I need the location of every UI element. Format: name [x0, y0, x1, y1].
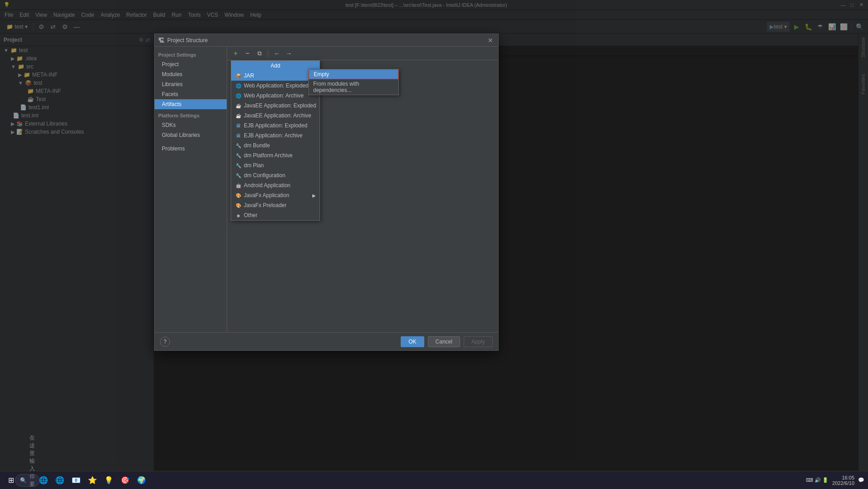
taskbar-app2[interactable]: ⭐	[85, 473, 100, 488]
taskbar-chrome[interactable]: 🌐	[53, 473, 67, 488]
nav-facets[interactable]: Facets	[155, 89, 227, 99]
taskbar-intellij[interactable]: 💡	[102, 473, 116, 488]
nav-sdks[interactable]: SDKs	[155, 120, 227, 130]
dropdown-item-javafx[interactable]: 🎨 JavaFx Application ▶	[231, 190, 320, 200]
project-settings-section: Project Settings Project Modules Librari…	[155, 50, 227, 109]
ejb-icon: 🏛	[235, 132, 242, 139]
dialog-title-bar: 🏗 Project Structure ✕	[155, 34, 498, 47]
clock: 16:05 2022/6/10	[832, 475, 854, 486]
forward-button[interactable]: →	[284, 48, 294, 58]
nav-modules[interactable]: Modules	[155, 69, 227, 79]
jar-submenu-empty-label: Empty	[314, 71, 329, 77]
dropdown-item-android[interactable]: 🤖 Android Application	[231, 180, 320, 190]
dropdown-item-dm-bundle[interactable]: 🔧 dm Bundle	[231, 140, 320, 150]
nav-problems[interactable]: Problems	[155, 144, 227, 154]
dialog-footer: ? OK Cancel Apply	[155, 332, 498, 350]
dropdown-item-label: Web Application: Exploded	[244, 82, 309, 89]
dm-icon: 🔧	[235, 152, 242, 159]
platform-settings-section: Platform Settings SDKs Global Libraries	[155, 111, 227, 140]
dropdown-item-label: dm Plan	[244, 162, 264, 169]
nav-global-libraries[interactable]: Global Libraries	[155, 130, 227, 140]
dropdown-item-javaee-exploded[interactable]: ☕ JavaEE Application: Exploded	[231, 101, 320, 111]
toolbar-separator	[268, 49, 268, 58]
dropdown-item-label: JavaFx Application	[244, 192, 289, 199]
web-icon: 🌐	[235, 82, 242, 89]
date: 2022/6/10	[832, 480, 854, 486]
dropdown-item-dm-plan[interactable]: 🔧 dm Plan	[231, 160, 320, 170]
dropdown-item-label: Web Application: Archive	[244, 92, 304, 99]
search-placeholder: 在这里输入你要搜索的内容	[29, 434, 35, 489]
javafx-icon: 🎨	[235, 192, 242, 199]
taskbar-app1[interactable]: 📧	[69, 473, 83, 488]
add-dropdown-header: Add	[231, 61, 320, 71]
javafx-icon: 🎨	[235, 202, 242, 209]
add-artifact-button[interactable]: +	[231, 48, 241, 58]
dropdown-item-web-exploded[interactable]: 🌐 Web Application: Exploded	[231, 81, 320, 91]
cancel-button[interactable]: Cancel	[428, 336, 460, 347]
javaee-icon: ☕	[235, 102, 242, 109]
dropdown-item-javafx-preloader[interactable]: 🎨 JavaFx Preloader	[231, 200, 320, 210]
modal-overlay: 🏗 Project Structure ✕ Project Settings P…	[0, 0, 868, 489]
taskbar-right-area: ⌨ 🔊 🔋 16:05 2022/6/10 💬	[806, 475, 864, 486]
nav-artifacts[interactable]: Artifacts	[155, 99, 227, 109]
javaee-icon: ☕	[235, 112, 242, 119]
other-icon: ◆	[235, 212, 242, 219]
dialog-body: Project Settings Project Modules Librari…	[155, 47, 498, 332]
dropdown-item-label: JavaFx Preloader	[244, 202, 286, 208]
project-structure-dialog: 🏗 Project Structure ✕ Project Settings P…	[154, 34, 499, 351]
android-icon: 🤖	[235, 182, 242, 189]
time: 16:05	[832, 475, 854, 480]
dropdown-item-ejb-exploded[interactable]: 🏛 EJB Application: Exploded	[231, 121, 320, 131]
dropdown-item-web-archive[interactable]: 🌐 Web Application: Archive	[231, 91, 320, 101]
taskbar-app4[interactable]: 🌍	[134, 473, 149, 488]
add-dropdown-menu: Add 📦 JAR ▶ 🌐 Web Application: Exploded	[231, 60, 320, 221]
jar-submenu-empty[interactable]: Empty	[309, 69, 398, 79]
platform-settings-header: Platform Settings	[155, 111, 227, 120]
dropdown-item-label: JAR	[244, 73, 254, 79]
project-settings-header: Project Settings	[155, 50, 227, 59]
dm-icon: 🔧	[235, 162, 242, 169]
jar-submenu: Empty From modules with dependencies...	[308, 69, 399, 95]
taskbar-edge[interactable]: 🌐	[36, 473, 51, 488]
apply-button[interactable]: Apply	[464, 336, 493, 347]
dm-icon: 🔧	[235, 142, 242, 149]
nav-libraries[interactable]: Libraries	[155, 79, 227, 89]
nav-project[interactable]: Project	[155, 59, 227, 69]
dropdown-item-label: JavaEE Application: Archive	[244, 112, 311, 119]
dropdown-item-dm-config[interactable]: 🔧 dm Configuration	[231, 170, 320, 180]
web-icon: 🌐	[235, 92, 242, 99]
taskbar-app3[interactable]: 🎯	[118, 473, 132, 488]
submenu-arrow-icon: ▶	[312, 193, 316, 198]
dropdown-item-javaee-archive[interactable]: ☕ JavaEE Application: Archive	[231, 111, 320, 121]
search-icon: 🔍	[20, 477, 27, 484]
dialog-close-button[interactable]: ✕	[486, 36, 495, 44]
copy-artifact-button[interactable]: ⧉	[254, 48, 264, 58]
dialog-content: + − ⧉ ← → Add 📦 JAR	[227, 47, 498, 332]
other-section: Problems	[155, 144, 227, 154]
dropdown-item-label: Other	[244, 212, 257, 218]
ok-button[interactable]: OK	[401, 336, 424, 347]
dropdown-item-label: dm Bundle	[244, 142, 270, 149]
notification-icon[interactable]: 💬	[858, 477, 864, 483]
taskbar: ⊞ 🔍 在这里输入你要搜索的内容 🌐 🌐 📧 ⭐ 💡 🎯 🌍 ⌨ 🔊 🔋 16:…	[0, 471, 868, 489]
dropdown-item-label: EJB Application: Archive	[244, 132, 302, 139]
jar-submenu-from-modules[interactable]: From modules with dependencies...	[309, 79, 398, 95]
jar-icon: 📦	[235, 72, 242, 79]
dropdown-item-jar[interactable]: 📦 JAR ▶	[231, 71, 320, 81]
dropdown-item-dm-platform[interactable]: 🔧 dm Platform Archive	[231, 150, 320, 160]
dropdown-item-other[interactable]: ◆ Other	[231, 210, 320, 220]
dropdown-item-label: EJB Application: Exploded	[244, 122, 307, 129]
remove-artifact-button[interactable]: −	[242, 48, 252, 58]
taskbar-icons: ⌨ 🔊 🔋	[806, 477, 829, 483]
dropdown-item-label: dm Configuration	[244, 172, 285, 179]
dialog-toolbar: + − ⧉ ← →	[227, 47, 498, 60]
dialog-sidebar: Project Settings Project Modules Librari…	[155, 47, 227, 332]
help-button[interactable]: ?	[160, 337, 170, 347]
dropdown-item-ejb-archive[interactable]: 🏛 EJB Application: Archive	[231, 131, 320, 140]
back-button[interactable]: ←	[272, 48, 282, 58]
dialog-title: Project Structure	[167, 37, 208, 44]
taskbar-search[interactable]: 🔍 在这里输入你要搜索的内容	[20, 473, 34, 488]
dropdown-item-label: dm Platform Archive	[244, 152, 292, 159]
dialog-main-area: Add 📦 JAR ▶ 🌐 Web Application: Exploded	[227, 60, 498, 332]
dropdown-item-label: JavaEE Application: Exploded	[244, 102, 316, 109]
